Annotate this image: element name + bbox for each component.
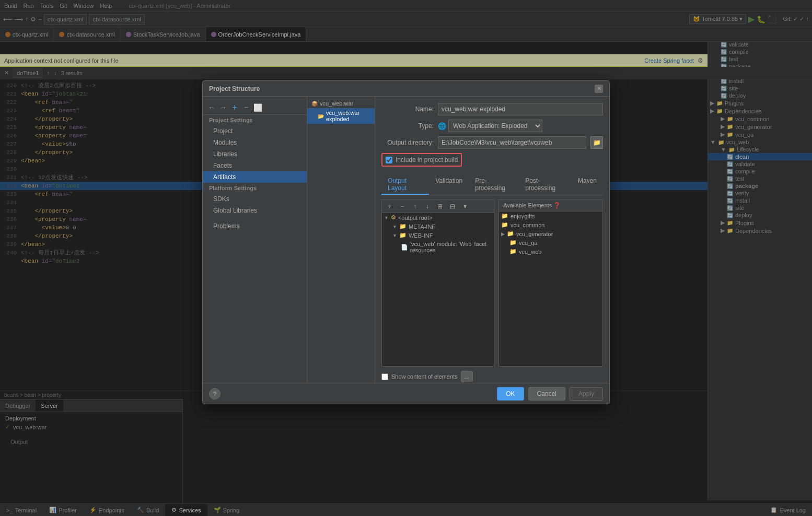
project-structure-dialog: Project Structure ✕ ← → + − ⬜ Project Se… xyxy=(202,80,610,404)
layout-item-meta-inf[interactable]: ▼ 📁 META-INF xyxy=(382,222,494,231)
layout-item-output-root[interactable]: ▼ ⚙ <output root> xyxy=(382,213,494,222)
include-label: Include in project build xyxy=(396,156,458,163)
tree-exploded-icon: 📂 xyxy=(318,113,324,119)
name-input[interactable] xyxy=(438,103,603,115)
output-layout-tree: + − ↑ ↓ ⊞ ⊟ ▾ ▼ ⚙ <output root> xyxy=(381,200,494,367)
dialog-overlay: Project Structure ✕ ← → + − ⬜ Project Se… xyxy=(0,0,812,516)
folder-icon-meta: 📁 xyxy=(399,223,407,230)
show-content-more-btn[interactable]: ... xyxy=(461,371,473,382)
project-settings-section: Project Settings xyxy=(203,115,307,125)
nav-add-button[interactable]: + xyxy=(230,103,239,112)
dialog-footer-left: ? xyxy=(209,388,221,400)
available-vcu-generator[interactable]: ▶ 📁 vcu_generator xyxy=(499,229,602,238)
type-select[interactable]: Web Application: Exploded xyxy=(448,120,542,132)
web-app-icon: 🌐 xyxy=(438,122,446,130)
nav-forward-button[interactable]: → xyxy=(218,103,228,112)
tab-maven[interactable]: Maven xyxy=(572,175,603,195)
nav-modules[interactable]: Modules xyxy=(203,137,307,148)
layout-collapse-btn[interactable]: ⊟ xyxy=(447,201,458,212)
expand-icon3: ▼ xyxy=(392,233,397,238)
dialog-footer-right: OK Cancel Apply xyxy=(497,387,603,401)
folder-icon-enjoy: 📁 xyxy=(501,213,508,219)
folder-icon-gen: 📁 xyxy=(507,230,514,237)
layout-item-web-inf[interactable]: ▼ 📁 WEB-INF xyxy=(382,231,494,240)
tab-output-layout[interactable]: Output Layout xyxy=(381,175,429,195)
nav-copy-button[interactable]: ⬜ xyxy=(253,103,262,112)
output-dir-row: Output directory: 📁 xyxy=(381,136,603,149)
available-vcu-web[interactable]: 📁 vcu_web xyxy=(499,247,602,256)
available-vcu-qa[interactable]: 📁 vcu_qa xyxy=(499,238,602,247)
available-elements-panel: Available Elements ❓ 📁 enjoygifts 📁 vcu_… xyxy=(498,200,603,367)
nav-sdks[interactable]: SDKs xyxy=(203,193,307,205)
layout-toolbar: + − ↑ ↓ ⊞ ⊟ ▾ xyxy=(382,200,494,213)
ok-button[interactable]: OK xyxy=(497,387,524,401)
help-button[interactable]: ? xyxy=(209,388,221,400)
nav-global-libraries[interactable]: Global Libraries xyxy=(203,205,307,216)
output-dir-label: Output directory: xyxy=(381,139,434,146)
tab-post-processing[interactable]: Post-processing xyxy=(519,175,572,195)
dialog-body: ← → + − ⬜ Project Settings Project Modul… xyxy=(203,97,609,383)
available-vcu-common[interactable]: 📁 vcu_common xyxy=(499,220,602,229)
dialog-close-button[interactable]: ✕ xyxy=(595,85,603,93)
show-content-label: Show content of elements xyxy=(391,373,458,380)
dialog-titlebar: Project Structure ✕ xyxy=(203,81,609,97)
available-elements-header: Available Elements ❓ xyxy=(499,200,602,212)
dialog-footer: ? OK Cancel Apply xyxy=(203,383,609,404)
expand-icon2: ▼ xyxy=(392,224,397,229)
layout-add-btn[interactable]: + xyxy=(384,201,396,212)
tree-folder-icon: 📦 xyxy=(311,101,318,107)
folder-icon-web: 📁 xyxy=(399,232,407,239)
expand-icon: ▼ xyxy=(384,215,389,220)
dialog-left-nav: ← → + − ⬜ Project Settings Project Modul… xyxy=(203,97,307,383)
file-icon: 📄 xyxy=(401,244,408,251)
dialog-tree: 📦 vcu_web:war 📂 vcu_web:war exploded xyxy=(307,97,375,383)
layout-move-down-btn[interactable]: ↓ xyxy=(422,201,433,212)
tab-validation[interactable]: Validation xyxy=(429,175,469,195)
layout-item-vcu-web-facet[interactable]: 📄 'vcu_web' module: 'Web' facet resource… xyxy=(382,240,494,254)
type-label: Type: xyxy=(381,122,434,130)
tree-vcu-web-war-exploded[interactable]: 📂 vcu_web:war exploded xyxy=(307,108,375,124)
nav-libraries[interactable]: Libraries xyxy=(203,148,307,160)
layout-area: + − ↑ ↓ ⊞ ⊟ ▾ ▼ ⚙ <output root> xyxy=(381,200,603,367)
show-content-checkbox[interactable] xyxy=(381,373,388,380)
nav-problems[interactable]: Problems xyxy=(203,220,307,232)
root-folder-icon: ⚙ xyxy=(391,214,396,221)
type-select-wrapper: 🌐 Web Application: Exploded xyxy=(438,120,542,132)
folder-icon-common: 📁 xyxy=(501,221,508,228)
nav-project[interactable]: Project xyxy=(203,125,307,137)
inner-tabs: Output Layout Validation Pre-processing … xyxy=(381,175,603,195)
apply-button[interactable]: Apply xyxy=(570,387,603,401)
tree-vcu-web-war[interactable]: 📦 vcu_web:war xyxy=(307,99,375,108)
nav-back-button[interactable]: ← xyxy=(207,103,216,112)
folder-icon-vcu-web: 📁 xyxy=(509,248,517,255)
layout-move-up-btn[interactable]: ↑ xyxy=(409,201,421,212)
layout-expand-btn[interactable]: ⊞ xyxy=(434,201,446,212)
show-content-row: Show content of elements ... xyxy=(381,371,603,382)
layout-more-btn[interactable]: ▾ xyxy=(459,201,471,212)
dialog-title: Project Structure xyxy=(209,85,260,92)
expand-icon-gen: ▶ xyxy=(501,231,505,237)
cancel-button[interactable]: Cancel xyxy=(528,387,565,401)
available-enjoygifts[interactable]: 📁 enjoygifts xyxy=(499,212,602,220)
output-dir-input[interactable] xyxy=(438,136,586,149)
nav-arrows: ← → + − ⬜ xyxy=(203,101,307,115)
folder-icon-qa: 📁 xyxy=(509,239,517,246)
nav-remove-button[interactable]: − xyxy=(241,103,251,112)
nav-artifacts[interactable]: Artifacts xyxy=(203,171,307,183)
include-wrapper: Include in project build xyxy=(381,153,603,171)
include-checkbox-label[interactable]: Include in project build xyxy=(381,153,462,167)
type-field-row: Type: 🌐 Web Application: Exploded xyxy=(381,120,603,132)
nav-facets[interactable]: Facets xyxy=(203,160,307,171)
platform-settings-section: Platform Settings xyxy=(203,183,307,193)
include-checkbox[interactable] xyxy=(386,157,392,163)
browse-dir-button[interactable]: 📁 xyxy=(590,136,603,149)
name-field-row: Name: xyxy=(381,103,603,115)
tab-pre-processing[interactable]: Pre-processing xyxy=(469,175,519,195)
name-label: Name: xyxy=(381,105,434,113)
layout-remove-btn[interactable]: − xyxy=(397,201,408,212)
dialog-main: Name: Type: 🌐 Web Application: Exploded xyxy=(375,97,609,383)
